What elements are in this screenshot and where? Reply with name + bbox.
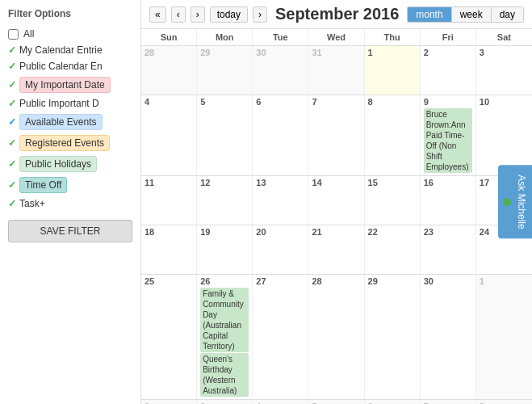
cell-date: 1 bbox=[368, 48, 417, 57]
calendar-cell[interactable]: 1 bbox=[365, 46, 421, 95]
cell-date: 11 bbox=[145, 178, 193, 187]
checkmark-icon: ✓ bbox=[8, 158, 16, 170]
nav-today-next-button[interactable]: › bbox=[253, 6, 267, 23]
nav-first-button[interactable]: « bbox=[149, 6, 166, 23]
calendar-cell[interactable]: 26Family & Community Day (Australian Cap… bbox=[197, 275, 253, 399]
today-button[interactable]: today bbox=[210, 6, 248, 23]
calendar-cell[interactable]: 7 bbox=[308, 95, 364, 175]
calendar-cell[interactable]: 29 bbox=[365, 275, 421, 399]
checkmark-blue-icon: ✓ bbox=[8, 116, 16, 128]
view-week-button[interactable]: week bbox=[452, 7, 492, 22]
calendar-cell[interactable]: 6 bbox=[253, 95, 308, 175]
filter-all-checkbox[interactable] bbox=[8, 29, 19, 40]
michelle-status-dot bbox=[503, 198, 511, 206]
filter-my-calendar[interactable]: ✓ My Calendar Entrie bbox=[8, 42, 132, 58]
ask-michelle-button[interactable]: Ask Michelle bbox=[498, 165, 532, 238]
calendar-cell[interactable]: 5 bbox=[308, 400, 364, 404]
calendar-cell[interactable]: 4 bbox=[141, 95, 197, 175]
filter-public-important-label: Public Important D bbox=[19, 98, 99, 109]
cell-date: 21 bbox=[312, 227, 360, 237]
days-header: Sun Mon Tue Wed Thu Fri Sat bbox=[141, 29, 532, 46]
calendar-header: « ‹ › today › September 2016 month week … bbox=[141, 0, 532, 29]
cell-date: 14 bbox=[312, 178, 360, 187]
cell-date: 19 bbox=[200, 227, 249, 237]
calendar-cell[interactable]: 12 bbox=[197, 176, 253, 225]
filter-task-label: Task+ bbox=[19, 198, 45, 209]
calendar-cell[interactable]: 21 bbox=[308, 225, 364, 274]
calendar-cell[interactable]: 7 bbox=[421, 400, 476, 404]
calendar-event[interactable]: Family & Community Day (Australian Capit… bbox=[200, 288, 249, 352]
cell-date: 9 bbox=[424, 97, 472, 107]
cell-date: 12 bbox=[200, 178, 249, 187]
cell-date: 25 bbox=[145, 276, 193, 286]
cell-date: 27 bbox=[256, 276, 304, 286]
calendar-cell[interactable]: 29 bbox=[197, 46, 253, 95]
filter-available-events[interactable]: ✓ Available Events bbox=[8, 112, 132, 133]
calendar-week-2: 11121314151617 bbox=[141, 176, 532, 225]
calendar-cell[interactable]: 31 bbox=[308, 46, 364, 95]
calendar-cell[interactable]: 30 bbox=[421, 275, 476, 399]
calendar-event[interactable]: Bruce Brown:Ann Paid Time-Off (Non Shift… bbox=[424, 108, 472, 173]
checkmark-icon: ✓ bbox=[8, 44, 16, 56]
filter-my-calendar-label: My Calendar Entrie bbox=[19, 44, 103, 56]
calendar-cell[interactable]: 3 bbox=[197, 400, 253, 404]
nav-prev-button[interactable]: ‹ bbox=[171, 6, 186, 23]
day-name-wed: Wed bbox=[308, 29, 364, 45]
calendar-cell[interactable]: 14 bbox=[308, 176, 364, 225]
filter-time-off[interactable]: ✓ Time Off bbox=[8, 175, 132, 196]
filter-registered-events[interactable]: ✓ Registered Events bbox=[8, 133, 132, 154]
calendar-cell[interactable]: 4 bbox=[253, 400, 308, 404]
cell-date: 10 bbox=[480, 97, 529, 107]
calendar-cell[interactable]: 10 bbox=[476, 95, 532, 175]
calendar-cell[interactable]: 19 bbox=[197, 225, 253, 274]
checkmark-icon: ✓ bbox=[8, 98, 16, 109]
cell-date: 18 bbox=[145, 227, 193, 237]
calendar-cell[interactable]: 30 bbox=[253, 46, 308, 95]
calendar-title: September 2016 bbox=[272, 5, 402, 23]
filter-my-important[interactable]: ✓ My Important Date bbox=[8, 74, 132, 95]
calendar-cell[interactable]: 23 bbox=[421, 225, 476, 274]
filter-public-holidays[interactable]: ✓ Public Holidays bbox=[8, 154, 132, 175]
calendar-cell[interactable]: 20 bbox=[253, 225, 308, 274]
calendar-cell[interactable]: 2 bbox=[421, 46, 476, 95]
calendar-cell[interactable]: 8 bbox=[365, 95, 421, 175]
filter-time-off-badge: Time Off bbox=[19, 177, 67, 193]
calendar-cell[interactable]: 3 bbox=[476, 46, 532, 95]
calendar-cell[interactable]: 27 bbox=[253, 275, 308, 399]
calendar-cell[interactable]: 6 bbox=[365, 400, 421, 404]
filter-public-important[interactable]: ✓ Public Important D bbox=[8, 95, 132, 112]
calendar-cell[interactable]: 2 bbox=[141, 400, 197, 404]
filter-all[interactable]: All bbox=[8, 26, 132, 42]
calendar-cell[interactable]: 16 bbox=[421, 176, 476, 225]
filter-task[interactable]: ✓ Task+ bbox=[8, 196, 132, 212]
calendar-weeks: 28293031123456789Bruce Brown:Ann Paid Ti… bbox=[141, 46, 532, 404]
filter-public-calendar[interactable]: ✓ Public Calendar En bbox=[8, 58, 132, 74]
checkmark-icon: ✓ bbox=[8, 61, 16, 72]
filter-public-calendar-label: Public Calendar En bbox=[19, 61, 103, 72]
calendar-week-3: 18192021222324 bbox=[141, 225, 532, 275]
calendar-cell[interactable]: 13 bbox=[253, 176, 308, 225]
calendar-cell[interactable]: 1 bbox=[476, 275, 532, 399]
calendar-event[interactable]: Queen's Birthday (Western Australia) bbox=[200, 353, 249, 397]
calendar-cell[interactable]: 15 bbox=[365, 176, 421, 225]
nav-next-button[interactable]: › bbox=[191, 6, 205, 23]
calendar-cell[interactable]: 28 bbox=[141, 46, 197, 95]
sidebar: Filter Options All ✓ My Calendar Entrie … bbox=[0, 0, 141, 404]
calendar-cell[interactable]: 5 bbox=[197, 95, 253, 175]
calendar-cell[interactable]: 11 bbox=[141, 176, 197, 225]
view-month-button[interactable]: month bbox=[408, 7, 451, 22]
calendar-cell[interactable]: 25 bbox=[141, 275, 197, 399]
filter-public-holidays-badge: Public Holidays bbox=[19, 156, 97, 172]
calendar-cell[interactable]: 8 bbox=[476, 400, 532, 404]
calendar-cell[interactable]: 18 bbox=[141, 225, 197, 274]
calendar-week-0: 28293031123 bbox=[141, 46, 532, 95]
calendar-cell[interactable]: 9Bruce Brown:Ann Paid Time-Off (Non Shif… bbox=[421, 95, 476, 175]
checkmark-icon: ✓ bbox=[8, 79, 16, 90]
calendar-cell[interactable]: 28 bbox=[308, 275, 364, 399]
cell-date: 13 bbox=[256, 178, 304, 187]
save-filter-button[interactable]: SAVE FILTER bbox=[8, 220, 132, 242]
cell-date: 29 bbox=[200, 48, 249, 57]
view-day-button[interactable]: day bbox=[492, 7, 523, 22]
filter-my-important-badge: My Important Date bbox=[19, 77, 111, 93]
calendar-cell[interactable]: 22 bbox=[365, 225, 421, 274]
